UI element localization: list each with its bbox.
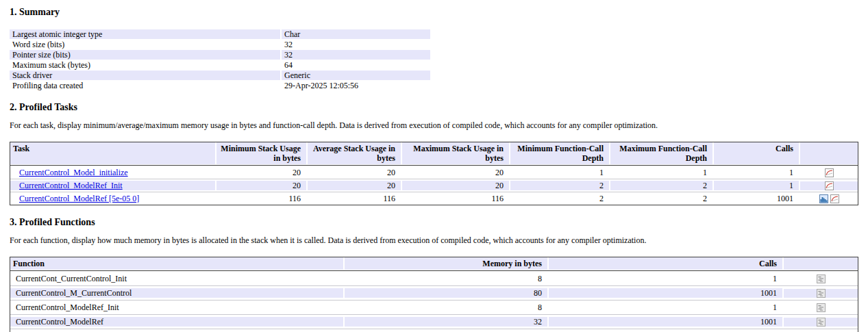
table-row: Pointer size (bits) 32 <box>10 50 430 60</box>
calls-value: 1001 <box>714 194 799 203</box>
details-icon <box>817 318 826 327</box>
summary-label: Word size (bits) <box>10 40 280 49</box>
summary-label: Profiling data created <box>10 81 280 90</box>
profiled-functions-table: Function Memory in bytes Calls CurrentCo… <box>10 257 858 332</box>
profiled-functions-heading: 3. Profiled Functions <box>10 217 858 228</box>
calls-value: 1 <box>714 168 799 177</box>
min-stack-value: 20 <box>216 181 306 190</box>
calls-value: 1001 <box>549 288 782 298</box>
function-name: CurrentControl_ModelRef_Init <box>10 303 343 312</box>
function-name: CurrentControl_M_CurrentControl <box>10 288 343 298</box>
profiled-functions-description: For each function, display how much memo… <box>10 235 858 246</box>
profiled-tasks-description: For each task, display minimum/average/m… <box>10 120 858 131</box>
summary-label: Stack driver <box>10 71 280 80</box>
header-divider <box>10 270 858 271</box>
table-header-row: Task Minimum Stack Usage in bytes Averag… <box>10 142 858 164</box>
column-header-memory: Memory in bytes <box>345 257 547 270</box>
task-link[interactable]: CurrentControl_ModelRef_Init <box>19 181 123 190</box>
summary-table: Largest atomic integer type Char Word si… <box>10 29 430 90</box>
table-row: Largest atomic integer type Char <box>10 29 430 39</box>
profiled-tasks-heading: 2. Profiled Tasks <box>10 102 858 113</box>
max-depth-value: 2 <box>610 194 712 203</box>
column-header-function: Function <box>10 257 343 270</box>
min-depth-value: 2 <box>510 194 609 203</box>
table-row: CurrentControl_Model_initialize 16 1 <box>10 329 858 332</box>
max-depth-value: 2 <box>610 181 712 190</box>
details-icon <box>817 303 826 312</box>
table-row: CurrentControl_ModelRef [5e-05 0] 116 11… <box>10 192 858 205</box>
max-stack-value: 20 <box>402 181 509 190</box>
max-depth-value: 1 <box>610 168 712 177</box>
table-row: CurrentControl_ModelRef_Init 20 20 20 2 … <box>10 179 858 192</box>
summary-value: 32 <box>282 50 430 60</box>
function-name: CurrentControl_ModelRef <box>10 317 343 327</box>
column-header-details <box>784 257 858 270</box>
avg-stack-value: 20 <box>308 168 401 177</box>
task-link-cell: CurrentControl_ModelRef [5e-05 0] <box>10 194 215 203</box>
column-header-avg-stack: Average Stack Usage in bytes <box>308 142 401 164</box>
table-row: Profiling data created 29-Apr-2025 12:05… <box>10 81 430 90</box>
column-header-max-stack: Maximum Stack Usage in bytes <box>402 142 509 164</box>
profiled-tasks-table: Task Minimum Stack Usage in bytes Averag… <box>10 142 858 205</box>
column-header-min-depth: Minimum Function-Call Depth <box>510 142 609 164</box>
table-row: CurrentControl_Model_initialize 20 20 20… <box>10 166 858 179</box>
max-stack-value: 20 <box>402 168 509 177</box>
column-header-max-depth: Maximum Function-Call Depth <box>610 142 712 164</box>
memory-value: 80 <box>345 288 547 298</box>
calls-value: 1 <box>714 181 799 190</box>
header-divider <box>10 165 858 166</box>
details-icon <box>817 289 826 298</box>
calls-value: 1001 <box>549 317 782 327</box>
max-stack-value: 116 <box>402 194 509 203</box>
memory-value: 32 <box>345 317 547 327</box>
table-row: CurrentCont_CurrentControl_Init 8 1 <box>10 272 858 285</box>
avg-stack-value: 116 <box>308 194 401 203</box>
min-depth-value: 1 <box>510 168 609 177</box>
calls-value: 1 <box>549 303 782 312</box>
task-link[interactable]: CurrentControl_Model_initialize <box>19 168 128 177</box>
task-link-cell: CurrentControl_ModelRef_Init <box>10 181 215 190</box>
summary-value: Char <box>282 29 430 39</box>
table-row: Word size (bits) 32 <box>10 40 430 49</box>
column-header-charts <box>800 142 858 164</box>
min-stack-value: 116 <box>216 194 306 203</box>
memory-value: 8 <box>345 274 547 283</box>
task-link-cell: CurrentControl_Model_initialize <box>10 168 215 177</box>
column-header-calls: Calls <box>549 257 782 270</box>
table-row: CurrentControl_M_CurrentControl 80 1001 <box>10 285 858 300</box>
summary-heading: 1. Summary <box>10 7 858 18</box>
avg-stack-value: 20 <box>308 181 401 190</box>
summary-label: Largest atomic integer type <box>10 29 280 39</box>
calls-value: 1 <box>549 274 782 283</box>
summary-value: Generic <box>282 71 430 80</box>
min-depth-value: 2 <box>510 181 609 190</box>
memory-value: 8 <box>345 303 547 312</box>
details-icon <box>817 274 826 283</box>
summary-value: 64 <box>282 60 430 70</box>
table-row: Stack driver Generic <box>10 71 430 80</box>
table-row: CurrentControl_ModelRef_Init 8 1 <box>10 300 858 314</box>
histogram-icon[interactable] <box>819 194 828 203</box>
line-plot-icon[interactable] <box>825 181 834 190</box>
column-header-min-stack: Minimum Stack Usage in bytes <box>216 142 306 164</box>
table-row: Maximum stack (bytes) 64 <box>10 60 430 70</box>
summary-value: 29-Apr-2025 12:05:56 <box>282 81 430 90</box>
summary-label: Pointer size (bits) <box>10 50 280 60</box>
line-plot-icon[interactable] <box>825 168 834 177</box>
table-header-row: Function Memory in bytes Calls <box>10 257 858 270</box>
function-name: CurrentCont_CurrentControl_Init <box>10 274 343 283</box>
column-header-task: Task <box>10 142 215 164</box>
column-header-calls: Calls <box>714 142 799 164</box>
line-plot-icon[interactable] <box>830 194 839 203</box>
table-row: CurrentControl_ModelRef 32 1001 <box>10 314 858 329</box>
summary-label: Maximum stack (bytes) <box>10 60 280 70</box>
min-stack-value: 20 <box>216 168 306 177</box>
summary-value: 32 <box>282 40 430 49</box>
task-link[interactable]: CurrentControl_ModelRef [5e-05 0] <box>19 194 139 203</box>
